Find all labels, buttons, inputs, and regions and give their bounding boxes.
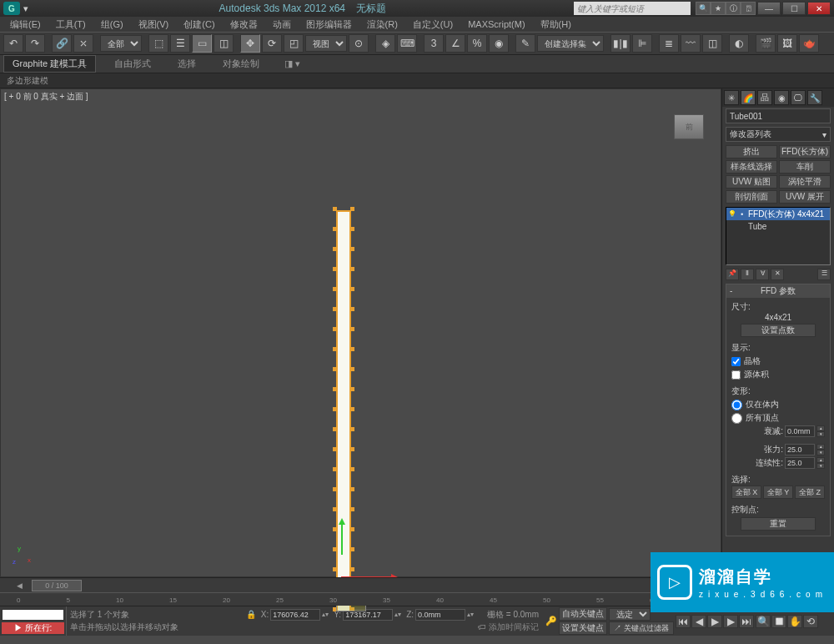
stack-item-tube[interactable]: Tube xyxy=(726,220,830,233)
falloff-up[interactable]: ▴ xyxy=(816,425,825,431)
configure-sets-button[interactable]: ☰ xyxy=(817,269,831,280)
setkey-button[interactable]: 设置关键点 xyxy=(559,621,607,635)
sel-allx-button[interactable]: 全部 X xyxy=(731,486,761,499)
schematic-button[interactable]: ◫ xyxy=(702,34,722,53)
menu-grapheditors[interactable]: 图形编辑器 xyxy=(299,17,359,33)
menu-animation[interactable]: 动画 xyxy=(266,17,298,33)
unlink-button[interactable]: ⤫ xyxy=(73,34,93,53)
orbit-button[interactable]: ⟲ xyxy=(803,615,818,628)
goto-end-button[interactable]: ⏭ xyxy=(739,615,754,628)
window-crossing-button[interactable]: ◫ xyxy=(214,34,234,53)
layers-button[interactable]: ≣ xyxy=(659,34,679,53)
search-icon[interactable]: 🔍 xyxy=(696,2,711,15)
falloff-spinner[interactable] xyxy=(785,425,815,437)
ffd-lattice[interactable] xyxy=(333,207,354,614)
zoom-all-button[interactable]: 🔲 xyxy=(771,615,786,628)
angle-snap-button[interactable]: ∠ xyxy=(445,34,465,53)
snap-toggle-button[interactable]: 3 xyxy=(424,34,444,53)
next-frame-button[interactable]: ▶ xyxy=(723,615,738,628)
named-selection-dropdown[interactable]: 创建选择集 xyxy=(537,35,604,52)
percent-snap-button[interactable]: % xyxy=(467,34,487,53)
viewcube[interactable]: 前 xyxy=(674,114,704,139)
play-button[interactable]: ▶ xyxy=(707,615,722,628)
sourcevol-checkbox-input[interactable] xyxy=(731,370,741,380)
manipulate-button[interactable]: ◈ xyxy=(375,34,395,53)
sourcevol-checkbox[interactable]: 源体积 xyxy=(731,369,825,380)
lattice-checkbox-input[interactable] xyxy=(731,357,741,366)
mod-btn-ffdbox[interactable]: FFD(长方体) xyxy=(779,145,831,158)
keyfilter-button[interactable]: ↗ 关键点过滤器 xyxy=(609,621,674,635)
mod-btn-splinesel[interactable]: 样条线选择 xyxy=(726,160,777,174)
tab-display-icon[interactable]: 🖵 xyxy=(791,90,806,105)
redo-button[interactable]: ↷ xyxy=(25,34,45,53)
stack-expand-icon[interactable]: ▪ xyxy=(738,210,746,219)
time-tag-label[interactable]: 🏷 添加时间标记 xyxy=(478,621,539,633)
viewport-front[interactable]: [ + 0 前 0 真实 + 边面 ] 前 x x y z xyxy=(0,88,721,577)
scene-object-tube[interactable] xyxy=(336,210,351,611)
select-name-button[interactable]: ☰ xyxy=(170,34,190,53)
selection-filter-dropdown[interactable]: 全部 xyxy=(100,35,142,52)
tab-modify-icon[interactable]: 🌈 xyxy=(741,90,756,105)
menu-render[interactable]: 渲染(R) xyxy=(360,17,404,33)
tension-spinner[interactable] xyxy=(785,444,815,455)
mirror-button[interactable]: ▮|▮ xyxy=(610,34,631,53)
help-search-input[interactable] xyxy=(574,2,691,15)
info-icon[interactable]: ⓘ xyxy=(726,2,741,15)
edit-named-sel-button[interactable]: ✎ xyxy=(515,34,535,53)
menu-customize[interactable]: 自定义(U) xyxy=(406,17,460,33)
script-listener-button[interactable]: ▶ 所在行: xyxy=(2,622,64,634)
tab-motion-icon[interactable]: ◉ xyxy=(774,90,789,105)
viewport-label[interactable]: [ + 0 前 0 真实 + 边面 ] xyxy=(4,91,88,103)
modifier-list-dropdown[interactable]: 修改器列表▾ xyxy=(726,127,831,142)
invol-radio-input[interactable] xyxy=(731,400,742,410)
set-points-button[interactable]: 设置点数 xyxy=(741,324,816,337)
stack-toggle-icon[interactable]: 💡 xyxy=(728,210,736,219)
select-move-button[interactable]: ✥ xyxy=(240,34,260,53)
render-frame-button[interactable]: 🖼 xyxy=(777,34,797,53)
render-button[interactable]: 🫖 xyxy=(799,34,819,53)
tension-down[interactable]: ▾ xyxy=(816,450,825,455)
make-unique-button[interactable]: ∀ xyxy=(756,269,769,280)
ffd-rollout-header[interactable]: FFD 参数 xyxy=(726,284,830,298)
keymode-dropdown[interactable]: 选定对象 xyxy=(609,608,651,621)
sel-allz-button[interactable]: 全部 Z xyxy=(795,486,825,499)
menu-view[interactable]: 视图(V) xyxy=(132,17,176,33)
tab-create-icon[interactable]: ✳ xyxy=(724,90,739,105)
modifier-stack[interactable]: 💡 ▪ FFD(长方体) 4x4x21 Tube xyxy=(726,207,831,265)
select-scale-button[interactable]: ◰ xyxy=(284,34,304,53)
app-menu-arrow[interactable]: ▾ xyxy=(20,3,32,14)
time-slider-handle[interactable]: 0 / 100 xyxy=(32,580,82,591)
gizmo-y-axis[interactable] xyxy=(341,520,343,555)
stack-item-ffd[interactable]: 💡 ▪ FFD(长方体) 4x4x21 xyxy=(726,208,830,220)
x-coord-input[interactable] xyxy=(270,609,320,621)
continuity-spinner[interactable] xyxy=(785,457,815,469)
select-rotate-button[interactable]: ⟳ xyxy=(262,34,282,53)
show-result-button[interactable]: Ⅱ xyxy=(741,269,754,280)
tension-up[interactable]: ▴ xyxy=(816,444,825,450)
goto-start-button[interactable]: ⏮ xyxy=(676,615,691,628)
object-name-field[interactable]: Tube001 xyxy=(726,108,831,123)
autokey-button[interactable]: 自动关键点 xyxy=(559,607,607,621)
menu-tools[interactable]: 工具(T) xyxy=(49,17,93,33)
help-icon[interactable]: ★ xyxy=(711,2,726,15)
menu-edit[interactable]: 编辑(E) xyxy=(3,17,48,33)
menu-help[interactable]: 帮助(H) xyxy=(534,17,578,33)
spinner-snap-button[interactable]: ◉ xyxy=(489,34,509,53)
pin-stack-button[interactable]: 📌 xyxy=(726,269,739,280)
allverts-radio[interactable]: 所有顶点 xyxy=(731,412,825,424)
curve-editor-button[interactable]: 〰 xyxy=(681,34,701,53)
reset-button[interactable]: 重置 xyxy=(741,517,816,531)
keyboard-shortcut-button[interactable]: ⌨ xyxy=(397,34,417,53)
ribbon-expand-icon[interactable]: ◨ ▾ xyxy=(284,58,300,69)
menu-modifiers[interactable]: 修改器 xyxy=(224,17,264,33)
material-editor-button[interactable]: ◐ xyxy=(729,34,749,53)
select-object-button[interactable]: ⬚ xyxy=(148,34,168,53)
ribbon-tab-selection[interactable]: 选择 xyxy=(169,56,204,72)
prev-frame-button[interactable]: ◀ xyxy=(691,615,706,628)
tab-hierarchy-icon[interactable]: 品 xyxy=(757,90,772,105)
menu-create[interactable]: 创建(C) xyxy=(177,17,221,33)
pan-button[interactable]: ✋ xyxy=(787,615,802,628)
menu-maxscript[interactable]: MAXScript(M) xyxy=(461,18,531,31)
pivot-button[interactable]: ⊙ xyxy=(349,34,369,53)
allverts-radio-input[interactable] xyxy=(731,413,742,424)
